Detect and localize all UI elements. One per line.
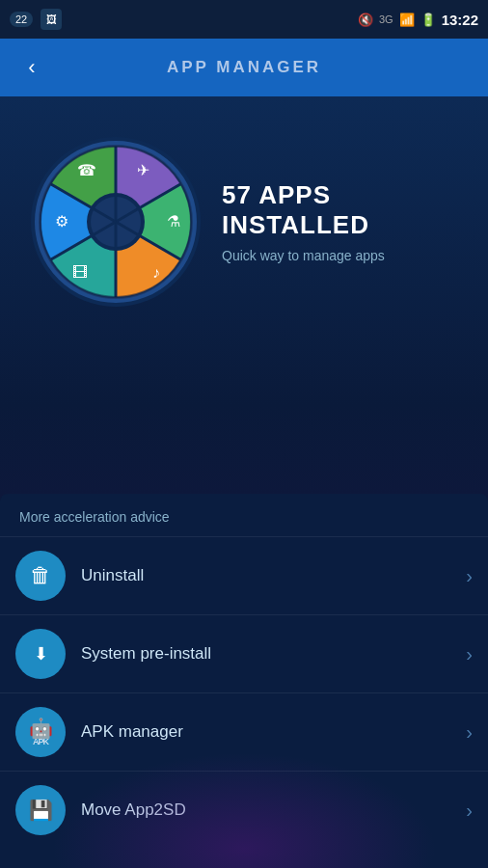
nav-bar: ‹ APP MANAGER [0,39,488,96]
battery-icon: 🔋 [420,13,436,27]
system-preinstall-chevron-icon: › [466,643,473,665]
list-section: More acceleration advice 🗑 Uninstall › ⬇… [0,494,488,868]
main-content: ✈ ⚗ ♪ 🎞 ⚙ ☎ [0,96,488,868]
uninstall-label: Uninstall [81,566,466,585]
svg-text:🎞: 🎞 [72,264,88,281]
uninstall-chevron-icon: › [466,565,473,587]
notification-count: 22 [10,12,33,27]
move-app2sd-label: Move App2SD [81,800,466,820]
apps-subtitle: Quick way to manage apps [222,248,469,263]
list-header: More acceleration advice [0,494,488,536]
system-preinstall-icon: ⬇ [15,629,66,679]
mute-icon: 🔇 [358,13,373,27]
uninstall-icon: 🗑 [15,551,66,601]
system-preinstall-item[interactable]: ⬇ System pre-install › [0,614,488,692]
svg-text:⚙: ⚙ [55,213,68,230]
svg-text:☎: ☎ [77,162,96,178]
apps-installed-count: 57 Apps Installed [222,180,469,240]
back-button[interactable]: ‹ [14,50,49,85]
status-bar-left: 22 🖼 [10,9,62,30]
apk-manager-item[interactable]: 🤖 APK APK manager › [0,692,488,771]
clock: 13:22 [442,12,478,28]
uninstall-item[interactable]: 🗑 Uninstall › [0,536,488,614]
wheel-section: ✈ ⚗ ♪ 🎞 ⚙ ☎ [0,96,488,328]
svg-text:♪: ♪ [152,264,160,281]
status-bar-right: 🔇 3G 📶 🔋 13:22 [358,12,478,28]
svg-text:✈: ✈ [137,162,149,178]
image-icon: 🖼 [41,9,62,30]
svg-text:⚗: ⚗ [167,213,180,230]
move-app2sd-item[interactable]: 💾 Move App2SD › [0,771,488,849]
apk-manager-chevron-icon: › [466,721,473,744]
stats-text: 57 Apps Installed Quick way to manage ap… [222,180,469,263]
signal-icon: 📶 [399,13,415,27]
system-preinstall-label: System pre-install [81,644,466,664]
app-wheel: ✈ ⚗ ♪ 🎞 ⚙ ☎ [29,135,203,309]
page-title: APP MANAGER [167,58,321,77]
status-bar: 22 🖼 🔇 3G 📶 🔋 13:22 [0,0,488,39]
apk-manager-label: APK manager [81,722,466,742]
move-app2sd-chevron-icon: › [466,800,473,822]
apk-manager-icon: 🤖 APK [15,707,66,757]
wheel-svg: ✈ ⚗ ♪ 🎞 ⚙ ☎ [29,135,203,309]
move-app2sd-icon: 💾 [15,785,66,835]
network-type: 3G [379,14,393,25]
